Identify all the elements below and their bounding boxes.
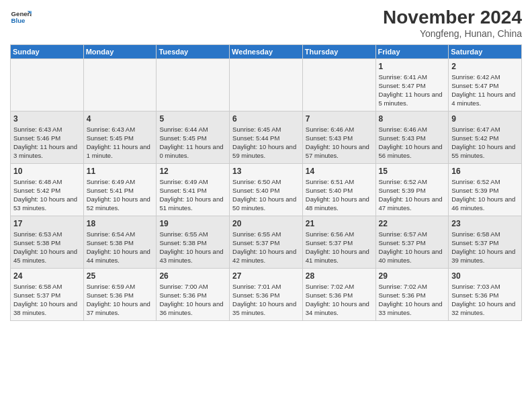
day-info: Sunset: 5:38 PM <box>159 239 226 248</box>
day-number: 16 <box>451 166 519 177</box>
calendar-cell: 17Sunrise: 6:53 AMSunset: 5:38 PMDayligh… <box>11 216 84 269</box>
day-info: Daylight: 10 hours and 38 minutes. <box>13 300 81 318</box>
day-info: Sunset: 5:38 PM <box>13 239 81 248</box>
calendar-cell: 7Sunrise: 6:46 AMSunset: 5:43 PMDaylight… <box>302 111 375 164</box>
day-info: Daylight: 10 hours and 51 minutes. <box>159 195 226 213</box>
calendar-cell: 20Sunrise: 6:55 AMSunset: 5:37 PMDayligh… <box>230 216 303 269</box>
calendar-cell: 16Sunrise: 6:52 AMSunset: 5:39 PMDayligh… <box>449 164 522 216</box>
day-info: Sunrise: 6:54 AM <box>87 230 154 239</box>
day-info: Daylight: 10 hours and 41 minutes. <box>306 248 373 265</box>
day-info: Daylight: 11 hours and 1 minute. <box>87 143 154 161</box>
day-number: 25 <box>87 271 154 281</box>
day-info: Daylight: 11 hours and 3 minutes. <box>13 143 81 161</box>
calendar-week-row: 3Sunrise: 6:43 AMSunset: 5:46 PMDaylight… <box>11 111 522 164</box>
svg-text:Blue: Blue <box>11 17 26 24</box>
day-info: Sunrise: 6:58 AM <box>13 283 81 291</box>
day-info: Sunrise: 6:52 AM <box>379 178 446 187</box>
col-header-thursday: Thursday <box>302 45 375 59</box>
day-number: 9 <box>451 113 519 124</box>
col-header-wednesday: Wednesday <box>230 45 303 59</box>
day-info: Sunset: 5:36 PM <box>451 291 519 300</box>
calendar-cell: 27Sunrise: 7:01 AMSunset: 5:36 PMDayligh… <box>230 269 303 321</box>
day-info: Sunrise: 6:45 AM <box>232 126 300 134</box>
day-number: 10 <box>13 166 81 177</box>
calendar-cell <box>230 59 303 111</box>
day-info: Daylight: 11 hours and 0 minutes. <box>159 143 226 161</box>
day-info: Sunset: 5:43 PM <box>379 134 446 143</box>
day-number: 23 <box>451 218 519 229</box>
calendar-week-row: 10Sunrise: 6:48 AMSunset: 5:42 PMDayligh… <box>11 164 522 216</box>
calendar-cell: 30Sunrise: 7:03 AMSunset: 5:36 PMDayligh… <box>449 269 522 321</box>
calendar-cell: 15Sunrise: 6:52 AMSunset: 5:39 PMDayligh… <box>375 164 449 216</box>
day-info: Sunset: 5:37 PM <box>379 239 446 248</box>
day-info: Sunset: 5:45 PM <box>159 134 226 143</box>
calendar-cell: 14Sunrise: 6:51 AMSunset: 5:40 PMDayligh… <box>302 164 375 216</box>
day-info: Daylight: 10 hours and 53 minutes. <box>13 195 81 213</box>
day-info: Daylight: 10 hours and 39 minutes. <box>451 248 519 265</box>
day-info: Sunrise: 6:52 AM <box>451 178 519 187</box>
calendar-cell <box>11 59 84 111</box>
day-info: Sunset: 5:38 PM <box>87 239 154 248</box>
day-number: 3 <box>13 113 81 124</box>
day-number: 30 <box>451 271 519 281</box>
day-number: 14 <box>306 166 373 177</box>
calendar-week-row: 24Sunrise: 6:58 AMSunset: 5:37 PMDayligh… <box>11 269 522 321</box>
calendar-cell <box>302 59 375 111</box>
day-info: Sunrise: 6:43 AM <box>87 126 154 134</box>
day-info: Sunrise: 6:43 AM <box>13 126 81 134</box>
day-info: Sunset: 5:41 PM <box>87 187 154 195</box>
day-info: Daylight: 10 hours and 57 minutes. <box>306 143 373 161</box>
col-header-tuesday: Tuesday <box>157 45 230 59</box>
calendar-cell: 13Sunrise: 6:50 AMSunset: 5:40 PMDayligh… <box>230 164 303 216</box>
day-number: 5 <box>159 113 226 124</box>
day-info: Sunset: 5:42 PM <box>13 187 81 195</box>
calendar-cell: 23Sunrise: 6:58 AMSunset: 5:37 PMDayligh… <box>449 216 522 269</box>
day-info: Daylight: 10 hours and 45 minutes. <box>13 248 81 265</box>
day-info: Sunset: 5:45 PM <box>87 134 154 143</box>
calendar-cell: 1Sunrise: 6:41 AMSunset: 5:47 PMDaylight… <box>375 59 449 111</box>
day-info: Sunrise: 6:49 AM <box>159 178 226 187</box>
day-info: Daylight: 11 hours and 5 minutes. <box>379 91 446 108</box>
day-info: Sunrise: 6:56 AM <box>306 230 373 239</box>
day-number: 27 <box>232 271 300 281</box>
col-header-friday: Friday <box>375 45 449 59</box>
day-info: Daylight: 10 hours and 48 minutes. <box>306 195 373 213</box>
calendar-cell: 24Sunrise: 6:58 AMSunset: 5:37 PMDayligh… <box>11 269 84 321</box>
day-number: 21 <box>306 218 373 229</box>
day-info: Sunrise: 6:48 AM <box>13 178 81 187</box>
day-info: Daylight: 10 hours and 50 minutes. <box>232 195 300 213</box>
calendar-cell: 22Sunrise: 6:57 AMSunset: 5:37 PMDayligh… <box>375 216 449 269</box>
day-info: Daylight: 10 hours and 32 minutes. <box>451 300 519 318</box>
day-info: Sunrise: 6:46 AM <box>379 126 446 134</box>
day-info: Sunset: 5:40 PM <box>306 187 373 195</box>
day-number: 12 <box>159 166 226 177</box>
day-info: Sunset: 5:44 PM <box>232 134 300 143</box>
day-info: Sunset: 5:37 PM <box>306 239 373 248</box>
day-info: Daylight: 11 hours and 4 minutes. <box>451 91 519 108</box>
calendar-header-row: SundayMondayTuesdayWednesdayThursdayFrid… <box>11 45 522 59</box>
calendar-cell: 11Sunrise: 6:49 AMSunset: 5:41 PMDayligh… <box>83 164 157 216</box>
day-info: Sunset: 5:36 PM <box>87 291 154 300</box>
day-number: 20 <box>232 218 300 229</box>
day-info: Sunrise: 7:00 AM <box>159 283 226 291</box>
day-info: Sunrise: 6:58 AM <box>451 230 519 239</box>
day-info: Daylight: 10 hours and 35 minutes. <box>232 300 300 318</box>
day-info: Sunset: 5:36 PM <box>159 291 226 300</box>
day-number: 11 <box>87 166 154 177</box>
logo-icon: General Blue <box>10 7 32 28</box>
day-info: Sunrise: 6:57 AM <box>379 230 446 239</box>
calendar-cell: 4Sunrise: 6:43 AMSunset: 5:45 PMDaylight… <box>83 111 157 164</box>
logo: General Blue <box>10 7 32 28</box>
day-info: Sunrise: 6:49 AM <box>87 178 154 187</box>
calendar-cell: 10Sunrise: 6:48 AMSunset: 5:42 PMDayligh… <box>11 164 84 216</box>
day-info: Sunset: 5:37 PM <box>13 291 81 300</box>
day-info: Sunrise: 7:02 AM <box>379 283 446 291</box>
day-number: 8 <box>379 113 446 124</box>
day-info: Daylight: 10 hours and 43 minutes. <box>159 248 226 265</box>
day-info: Sunset: 5:36 PM <box>379 291 446 300</box>
col-header-saturday: Saturday <box>449 45 522 59</box>
day-info: Daylight: 10 hours and 55 minutes. <box>451 143 519 161</box>
day-number: 7 <box>306 113 373 124</box>
col-header-monday: Monday <box>83 45 157 59</box>
calendar-cell: 26Sunrise: 7:00 AMSunset: 5:36 PMDayligh… <box>157 269 230 321</box>
